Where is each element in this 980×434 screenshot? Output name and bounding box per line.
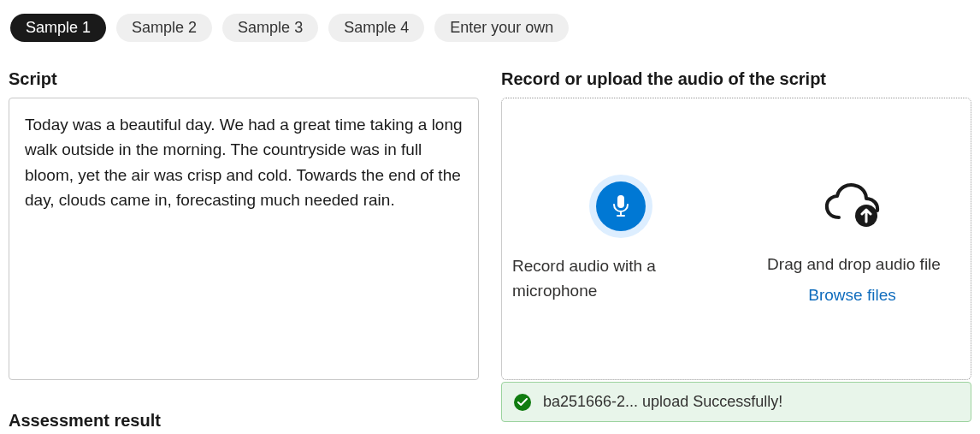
record-option[interactable]: Record audio with a microphone bbox=[509, 175, 732, 304]
upload-success-banner: ba251666-2... upload Successfully! bbox=[501, 382, 971, 422]
script-textarea[interactable] bbox=[9, 98, 479, 380]
upload-column: Record or upload the audio of the script bbox=[501, 69, 971, 431]
upload-success-text: ba251666-2... upload Successfully! bbox=[543, 393, 782, 411]
upload-label: Drag and drop audio file bbox=[764, 252, 941, 276]
browse-files-link[interactable]: Browse files bbox=[808, 286, 895, 305]
upload-dropzone[interactable]: Record audio with a microphone Drag and … bbox=[501, 98, 971, 380]
record-label: Record audio with a microphone bbox=[509, 253, 732, 304]
tab-sample-4[interactable]: Sample 4 bbox=[328, 14, 424, 42]
upload-file-option[interactable]: Drag and drop audio file Browse files bbox=[741, 173, 964, 304]
tab-sample-1[interactable]: Sample 1 bbox=[10, 14, 106, 42]
cloud-upload-icon bbox=[822, 173, 883, 236]
script-column: Script Assessment result bbox=[9, 69, 479, 431]
script-heading: Script bbox=[9, 69, 479, 89]
sample-tabs: Sample 1 Sample 2 Sample 3 Sample 4 Ente… bbox=[9, 14, 971, 42]
microphone-icon bbox=[589, 175, 652, 238]
upload-heading: Record or upload the audio of the script bbox=[501, 69, 971, 89]
tab-sample-2[interactable]: Sample 2 bbox=[116, 14, 212, 42]
checkmark-icon bbox=[514, 394, 531, 411]
tab-sample-3[interactable]: Sample 3 bbox=[222, 14, 318, 42]
assessment-heading: Assessment result bbox=[9, 411, 479, 431]
svg-rect-0 bbox=[617, 195, 624, 208]
tab-enter-own[interactable]: Enter your own bbox=[434, 14, 569, 42]
